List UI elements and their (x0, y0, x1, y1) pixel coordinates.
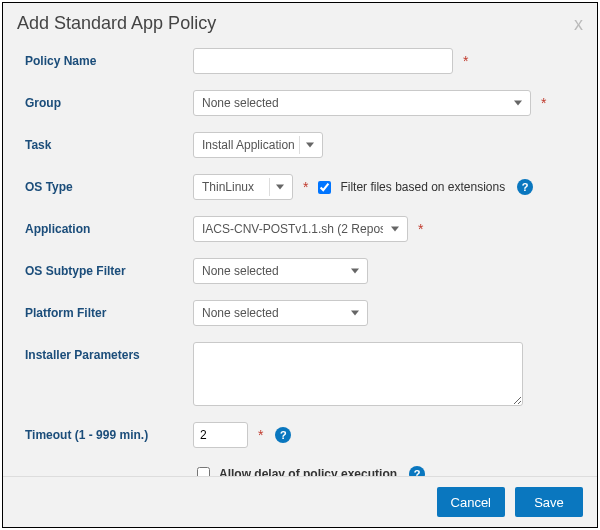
os-subtype-filter-select[interactable]: None selected (193, 258, 368, 284)
label-os-type: OS Type (25, 174, 193, 194)
task-select-value: Install Application (202, 138, 295, 152)
row-task: Task Install Application (25, 132, 575, 158)
label-spacer (25, 464, 193, 470)
chevron-down-icon (276, 185, 284, 190)
required-icon: * (303, 179, 308, 195)
group-select-value: None selected (202, 96, 279, 110)
row-installer-params: Installer Parameters (25, 342, 575, 406)
label-timeout: Timeout (1 - 999 min.) (25, 422, 193, 442)
row-timeout: Timeout (1 - 999 min.) * ? (25, 422, 575, 448)
label-os-subtype-filter: OS Subtype Filter (25, 258, 193, 278)
chevron-down-icon (351, 269, 359, 274)
label-task: Task (25, 132, 193, 152)
label-application: Application (25, 216, 193, 236)
row-os-subtype-filter: OS Subtype Filter None selected (25, 258, 575, 284)
help-icon[interactable]: ? (409, 466, 425, 477)
dialog-footer: Cancel Save (3, 476, 597, 527)
filter-extensions-checkbox[interactable] (318, 181, 331, 194)
allow-delay-label: Allow delay of policy execution (219, 467, 397, 477)
row-group: Group None selected * (25, 90, 575, 116)
label-policy-name: Policy Name (25, 48, 193, 68)
platform-filter-value: None selected (202, 306, 279, 320)
required-icon: * (541, 95, 546, 111)
chevron-down-icon (391, 227, 399, 232)
cancel-button[interactable]: Cancel (437, 487, 505, 517)
row-os-type: OS Type ThinLinux * Filter files based o… (25, 174, 575, 200)
installer-params-textarea[interactable] (193, 342, 523, 406)
chevron-down-icon (306, 143, 314, 148)
required-icon: * (418, 221, 423, 237)
row-platform-filter: Platform Filter None selected (25, 300, 575, 326)
group-select[interactable]: None selected (193, 90, 531, 116)
dialog-titlebar: Add Standard App Policy x (3, 3, 597, 42)
required-icon: * (258, 427, 263, 443)
timeout-input[interactable] (193, 422, 248, 448)
platform-filter-select[interactable]: None selected (193, 300, 368, 326)
allow-delay-checkbox[interactable] (197, 467, 210, 476)
policy-name-input[interactable] (193, 48, 453, 74)
os-type-select[interactable]: ThinLinux (193, 174, 293, 200)
help-icon[interactable]: ? (517, 179, 533, 195)
dialog-title: Add Standard App Policy (17, 13, 216, 34)
filter-extensions-label: Filter files based on extensions (340, 180, 505, 194)
help-icon[interactable]: ? (275, 427, 291, 443)
task-select[interactable]: Install Application (193, 132, 323, 158)
label-group: Group (25, 90, 193, 110)
dialog-content: Policy Name * Group None selected * Task (3, 42, 597, 476)
os-type-value: ThinLinux (202, 180, 254, 194)
add-standard-app-policy-dialog: Add Standard App Policy x Policy Name * … (2, 2, 598, 528)
os-subtype-filter-value: None selected (202, 264, 279, 278)
row-application: Application IACS-CNV-POSTv1.1.sh (2 Repo… (25, 216, 575, 242)
application-select[interactable]: IACS-CNV-POSTv1.1.sh (2 Reposi (193, 216, 408, 242)
save-button[interactable]: Save (515, 487, 583, 517)
chevron-down-icon (351, 311, 359, 316)
close-icon[interactable]: x (574, 15, 583, 33)
chevron-down-icon (514, 101, 522, 106)
label-platform-filter: Platform Filter (25, 300, 193, 320)
row-policy-name: Policy Name * (25, 48, 575, 74)
label-installer-params: Installer Parameters (25, 342, 193, 362)
application-value: IACS-CNV-POSTv1.1.sh (2 Reposi (202, 222, 383, 236)
row-allow-delay: Allow delay of policy execution ? (25, 464, 575, 476)
required-icon: * (463, 53, 468, 69)
